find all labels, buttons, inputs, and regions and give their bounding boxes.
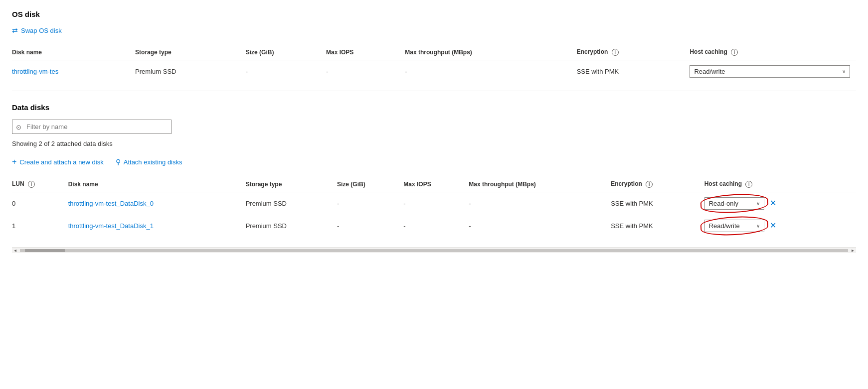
data-lun-cell-1: 1	[12, 215, 68, 237]
data-col-disk-name: Disk name	[68, 176, 246, 192]
data-lun-cell-0: 0	[12, 192, 68, 215]
create-attach-label: Create and attach a new disk	[19, 158, 103, 166]
data-disk-name-link-0[interactable]: throttling-vm-test_DataDisk_0	[68, 200, 154, 207]
data-col-max-throughput: Max throughput (MBps)	[469, 176, 611, 192]
os-host-caching-value: Read/write	[694, 68, 725, 75]
data-encryption-cell-1: SSE with PMK	[611, 215, 704, 237]
scrollbar-track[interactable]	[20, 249, 848, 252]
os-caching-chevron-icon: ∨	[842, 69, 846, 74]
scroll-right-arrow[interactable]: ▸	[852, 248, 854, 253]
os-disk-row: throttling-vm-tes Premium SSD - - - SSE …	[12, 60, 856, 83]
data-disks-section: Data disks ⊙ Showing 2 of 2 attached dat…	[12, 103, 856, 237]
os-col-storage-type: Storage type	[135, 44, 246, 60]
data-caching-chevron-icon-1: ∨	[756, 223, 760, 229]
filter-search-icon: ⊙	[16, 123, 21, 130]
attach-existing-label: Attach existing disks	[124, 158, 182, 166]
os-disk-name-link[interactable]: throttling-vm-tes	[12, 68, 58, 75]
data-host-caching-circled-0: Read-only ∨	[704, 197, 764, 210]
data-col-max-iops: Max IOPS	[403, 176, 469, 192]
data-disks-table: LUN i Disk name Storage type Size (GiB) …	[12, 176, 856, 237]
os-col-size: Size (GiB)	[246, 44, 326, 60]
os-disk-table: Disk name Storage type Size (GiB) Max IO…	[12, 44, 856, 83]
os-col-max-iops: Max IOPS	[326, 44, 405, 60]
attach-icon: ⚲	[116, 158, 121, 166]
os-storage-type-cell: Premium SSD	[135, 60, 246, 83]
os-col-max-throughput: Max throughput (MBps)	[405, 44, 576, 60]
data-encryption-cell-0: SSE with PMK	[611, 192, 704, 215]
data-host-caching-value-0: Read-only	[709, 200, 738, 207]
data-disk-delete-btn-1[interactable]: ✕	[770, 221, 776, 230]
data-disk-row: 1 throttling-vm-test_DataDisk_1 Premium …	[12, 215, 856, 237]
data-storage-type-cell-1: Premium SSD	[246, 215, 337, 237]
data-col-storage-type: Storage type	[246, 176, 337, 192]
data-col-encryption: Encryption i	[611, 176, 704, 192]
data-disk-name-link-1[interactable]: throttling-vm-test_DataDisk_1	[68, 222, 154, 230]
os-col-disk-name: Disk name	[12, 44, 135, 60]
data-host-caching-value-1: Read/write	[709, 222, 740, 230]
os-encryption-info-icon[interactable]: i	[612, 49, 619, 56]
os-host-caching-info-icon[interactable]: i	[731, 49, 738, 56]
filter-wrapper: ⊙	[12, 120, 172, 134]
data-disks-title: Data disks	[12, 103, 856, 112]
data-host-caching-circled-1: Read/write ∨	[704, 220, 764, 232]
data-caching-chevron-icon-0: ∨	[756, 201, 760, 206]
os-host-caching-cell[interactable]: Read/write ∨	[690, 60, 856, 83]
data-disk-row: 0 throttling-vm-test_DataDisk_0 Premium …	[12, 192, 856, 215]
showing-text: Showing 2 of 2 attached data disks	[12, 140, 856, 147]
data-col-host-caching: Host caching i	[704, 176, 856, 192]
data-max-iops-cell-0: -	[403, 192, 469, 215]
data-col-lun: LUN i	[12, 176, 68, 192]
scrollbar-thumb[interactable]	[25, 249, 65, 252]
scroll-left-arrow[interactable]: ◂	[14, 248, 16, 253]
os-col-host-caching: Host caching i	[690, 44, 856, 60]
swap-os-disk-button[interactable]: ⇄ Swap OS disk	[12, 26, 856, 34]
data-max-iops-cell-1: -	[403, 215, 469, 237]
data-host-caching-dropdown-1[interactable]: Read/write ∨	[704, 220, 764, 232]
data-size-cell-1: -	[337, 215, 403, 237]
action-buttons: + Create and attach a new disk ⚲ Attach …	[12, 157, 856, 166]
data-disk-name-cell-1[interactable]: throttling-vm-test_DataDisk_1	[68, 215, 246, 237]
data-disk-delete-btn-0[interactable]: ✕	[770, 199, 776, 207]
section-divider	[12, 91, 856, 91]
data-max-throughput-cell-1: -	[469, 215, 611, 237]
data-size-cell-0: -	[337, 192, 403, 215]
swap-icon: ⇄	[12, 26, 18, 34]
os-disk-section: OS disk ⇄ Swap OS disk Disk name Storage…	[12, 10, 856, 83]
data-disk-name-cell-0[interactable]: throttling-vm-test_DataDisk_0	[68, 192, 246, 215]
data-col-size: Size (GiB)	[337, 176, 403, 192]
data-encryption-info-icon[interactable]: i	[646, 181, 653, 188]
swap-label: Swap OS disk	[21, 27, 62, 34]
os-encryption-cell: SSE with PMK	[577, 60, 690, 83]
plus-icon: +	[12, 157, 16, 166]
page-container: OS disk ⇄ Swap OS disk Disk name Storage…	[0, 0, 868, 263]
filter-by-name-input[interactable]	[12, 120, 172, 134]
os-max-iops-cell: -	[326, 60, 405, 83]
lun-info-icon[interactable]: i	[28, 181, 35, 188]
data-host-caching-cell-0[interactable]: Read-only ∨ ✕	[704, 192, 856, 215]
data-max-throughput-cell-0: -	[469, 192, 611, 215]
os-max-throughput-cell: -	[405, 60, 576, 83]
attach-existing-button[interactable]: ⚲ Attach existing disks	[116, 158, 182, 166]
data-host-caching-info-icon[interactable]: i	[745, 181, 752, 188]
horizontal-scrollbar[interactable]: ◂ ▸	[12, 247, 856, 253]
create-attach-disk-button[interactable]: + Create and attach a new disk	[12, 157, 104, 166]
data-storage-type-cell-0: Premium SSD	[246, 192, 337, 215]
data-host-caching-dropdown-0[interactable]: Read-only ∨	[704, 197, 764, 210]
os-size-cell: -	[246, 60, 326, 83]
os-host-caching-dropdown[interactable]: Read/write ∨	[690, 65, 850, 78]
os-col-encryption: Encryption i	[577, 44, 690, 60]
os-disk-title: OS disk	[12, 10, 856, 18]
os-disk-name-cell[interactable]: throttling-vm-tes	[12, 60, 135, 83]
data-host-caching-cell-1[interactable]: Read/write ∨ ✕	[704, 215, 856, 237]
